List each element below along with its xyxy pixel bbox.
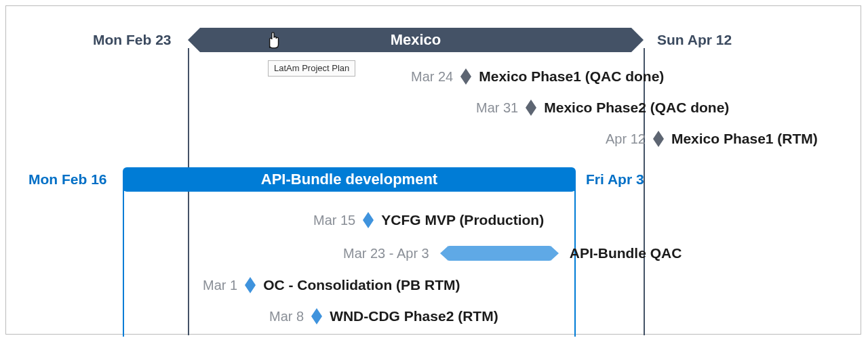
subbar-title: API-Bundle QAC	[570, 245, 682, 261]
mexico-end-label: Sun Apr 12	[657, 32, 732, 48]
milestone-date: Mar 24	[411, 69, 453, 85]
diamond-icon	[244, 276, 256, 295]
diamond-icon	[362, 211, 374, 230]
subbar-row: Mar 23 - Apr 3 API-Bundle QAC	[343, 245, 682, 261]
api-bar-title: API-Bundle development	[261, 171, 437, 188]
svg-marker-1	[526, 100, 536, 116]
diamond-icon	[525, 98, 537, 117]
api-end-label: Fri Apr 3	[586, 171, 644, 188]
milestone-title: OC - Consolidation (PB RTM)	[263, 277, 460, 293]
milestone-date: Mar 31	[476, 100, 518, 116]
svg-marker-0	[460, 68, 471, 85]
mexico-start-label: Mon Feb 23	[93, 32, 172, 48]
svg-marker-3	[363, 212, 374, 228]
milestone-row: Mar 31 Mexico Phase2 (QAC done)	[476, 98, 729, 117]
milestone-row: Apr 12 Mexico Phase1 (RTM)	[606, 129, 818, 148]
milestone-title: WND-CDG Phase2 (RTM)	[330, 308, 498, 324]
milestone-title: Mexico Phase2 (QAC done)	[544, 100, 729, 116]
diamond-icon	[460, 67, 472, 86]
milestone-row: Mar 1 OC - Consolidation (PB RTM)	[203, 276, 460, 295]
api-end-line	[574, 188, 576, 337]
milestone-date: Mar 15	[313, 213, 355, 228]
svg-marker-2	[653, 131, 664, 147]
milestone-title: Mexico Phase1 (QAC done)	[479, 68, 664, 85]
pointer-cursor-icon	[264, 29, 282, 49]
milestone-title: Mexico Phase1 (RTM)	[671, 131, 818, 147]
mexico-bar-title: Mexico	[391, 31, 441, 49]
subbar-date: Mar 23 - Apr 3	[343, 246, 429, 261]
api-start-label: Mon Feb 16	[28, 171, 107, 188]
svg-marker-4	[245, 277, 256, 293]
api-bar[interactable]: API-Bundle development	[123, 167, 576, 192]
api-start-line	[123, 188, 124, 337]
api-qac-subbar[interactable]	[448, 246, 551, 261]
tooltip-text: LatAm Project Plan	[274, 63, 349, 73]
milestone-title: YCFG MVP (Production)	[381, 212, 544, 228]
diamond-icon	[652, 129, 665, 148]
milestone-date: Apr 12	[606, 131, 646, 147]
tooltip: LatAm Project Plan	[268, 60, 355, 77]
milestone-row: Mar 24 Mexico Phase1 (QAC done)	[411, 67, 664, 86]
milestone-date: Mar 8	[269, 309, 304, 324]
svg-marker-5	[311, 308, 322, 324]
timeline-canvas: Mon Feb 23 Sun Apr 12 Mexico LatAm Proje…	[5, 5, 861, 335]
milestone-row: Mar 8 WND-CDG Phase2 (RTM)	[269, 307, 498, 326]
diamond-icon	[311, 307, 323, 326]
milestone-date: Mar 1	[203, 278, 237, 293]
mexico-start-line	[188, 48, 189, 335]
milestone-row: Mar 15 YCFG MVP (Production)	[313, 211, 544, 230]
mexico-end-line	[644, 48, 645, 335]
